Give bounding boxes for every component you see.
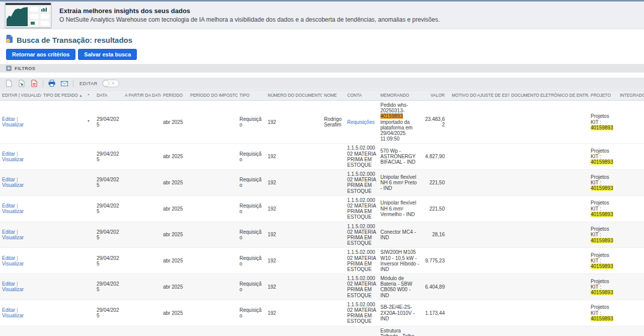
cell-a_partir [123, 326, 161, 336]
column-header-doc_entrada[interactable]: DOCUMENTO ELETRÔNICO DE ENTRADA [509, 90, 589, 101]
cell-periodo_imposto [188, 326, 237, 336]
email-icon[interactable] [60, 80, 68, 88]
edit-toggle[interactable]: ✕ [102, 80, 119, 87]
view-link[interactable]: Visualizar [2, 235, 24, 240]
project-search-highlight: 40159893 [591, 290, 613, 295]
column-label: DOCUMENTO ELETRÔNICO DE ENTRADA [511, 93, 589, 98]
view-link[interactable]: Visualizar [2, 122, 24, 127]
cell-data: 29/04/2025 [95, 222, 123, 248]
edit-link[interactable]: Editar [2, 229, 15, 235]
result-row: Editar | Visualizar29/04/2025abr 2025Req… [0, 300, 644, 326]
column-header-nome[interactable]: NOME [322, 90, 345, 101]
project-search-highlight: 40159893 [591, 125, 613, 130]
column-header-actions[interactable]: EDITAR | VISUALIZAR [0, 90, 41, 101]
edit-link[interactable]: Editar [2, 151, 15, 157]
cell-conta: Requisições [345, 101, 378, 144]
cell-actions: Editar | Visualizar [0, 195, 41, 222]
column-header-motivo_ajuste[interactable]: MOTIVO DO AJUSTE DE ESTOQUE [450, 90, 509, 101]
edit-link[interactable]: Editar [2, 177, 15, 182]
cell-memorando: Unipolar flexível NH 6 mm² Preto - IND [378, 170, 422, 196]
column-header-a_partir[interactable]: A PARTIR DA DATA [123, 90, 161, 101]
pdf-export-icon[interactable] [30, 80, 38, 88]
edit-link[interactable]: Editar [2, 116, 15, 122]
column-header-integrado[interactable]: INTEGRADO [618, 90, 644, 101]
toggle-knob [103, 80, 109, 87]
expand-filters-icon[interactable]: + [6, 65, 12, 71]
view-link[interactable]: Visualizar [2, 287, 24, 292]
edit-link[interactable]: Editar [2, 307, 15, 313]
column-header-numero_documento[interactable]: NÚMERO DO DOCUMENTO [266, 90, 322, 101]
print-icon[interactable] [48, 80, 56, 88]
cell-nome [322, 222, 345, 248]
edit-link[interactable]: Editar [2, 203, 15, 209]
edit-link[interactable]: Editar [2, 255, 15, 261]
column-header-data[interactable]: DATA [95, 90, 123, 101]
cell-star [83, 248, 95, 274]
edit-toggle-label: EDITAR [79, 81, 98, 86]
csv-file-icon[interactable] [5, 80, 13, 88]
cell-doc_entrada [509, 144, 589, 170]
column-label: TIPO [239, 93, 250, 98]
cell-periodo: abr 2025 [161, 101, 188, 144]
column-header-memorando[interactable]: MEMORANDO [378, 90, 422, 101]
view-link[interactable]: Visualizar [2, 313, 24, 318]
toolbar-divider [43, 80, 43, 87]
cell-tipo_pedido [41, 274, 83, 300]
banner-title: Extraia melhores insights dos seus dados [59, 7, 440, 15]
cell-tipo_pedido [41, 101, 83, 144]
cell-projeto: Projetos KIT : 40159893 [589, 144, 618, 170]
cell-motivo_ajuste [450, 274, 509, 300]
cell-motivo_ajuste [450, 326, 509, 336]
result-row: Editar | Visualizar*29/04/2025abr 2025Re… [0, 101, 644, 144]
cell-projeto: Projetos KIT : 40159893 [589, 101, 618, 144]
cell-valor: 28,16 [422, 222, 450, 248]
cell-periodo_imposto [188, 101, 237, 144]
cell-projeto: Projetos KIT : 40159893 [589, 326, 618, 336]
cell-numero_documento: 192 [266, 101, 322, 144]
column-header-tipo_pedido[interactable]: TIPO DE PEDIDO ▲ [41, 90, 83, 101]
column-label: PERÍODO [163, 93, 183, 98]
column-label: A PARTIR DA DATA [125, 93, 161, 98]
column-header-conta[interactable]: CONTA [345, 90, 378, 101]
column-header-projeto[interactable]: PROJETO [589, 90, 618, 101]
column-header-valor[interactable]: VALOR [422, 90, 450, 101]
column-header-star[interactable]: * [83, 90, 95, 101]
view-link[interactable]: Visualizar [2, 261, 24, 266]
results-table: EDITAR | VISUALIZARTIPO DE PEDIDO ▲*DATA… [0, 90, 644, 336]
account-link[interactable]: Requisições [347, 119, 374, 125]
page-heading: Busca de Transação: resultados [0, 29, 644, 47]
return-to-criteria-button[interactable]: Retornar aos critérios [6, 49, 75, 60]
cell-motivo_ajuste [450, 195, 509, 222]
result-row: Editar | Visualizar29/04/2025abr 2025Req… [0, 170, 644, 196]
cell-tipo: Requisição [237, 101, 266, 144]
cell-star [83, 222, 95, 248]
cell-conta: 1.1.5.02.00002 MATERIA PRIMA EM ESTOQUE [345, 274, 378, 300]
view-link[interactable]: Visualizar [2, 157, 24, 162]
view-link[interactable]: Visualizar [2, 182, 24, 188]
cell-doc_entrada [509, 195, 589, 222]
link-separator: | [15, 281, 18, 287]
analytics-preview-image[interactable] [5, 3, 51, 28]
save-search-button[interactable]: Salvar esta busca [78, 49, 137, 60]
cell-doc_entrada [509, 101, 589, 144]
filters-bar[interactable]: + FILTROS [0, 64, 644, 73]
column-label: MEMORANDO [380, 93, 409, 98]
cell-data: 29/04/2025 [95, 300, 123, 326]
column-label: TIPO DE PEDIDO [43, 93, 78, 98]
cell-nome [322, 170, 345, 196]
view-link[interactable]: Visualizar [2, 209, 24, 214]
sort-asc-icon: ▲ [78, 94, 83, 97]
result-row: Editar | Visualizar29/04/2025abr 2025Req… [0, 222, 644, 248]
cell-star [83, 170, 95, 196]
result-row: Editar | Visualizar29/04/2025abr 2025Req… [0, 195, 644, 222]
cell-projeto: Projetos KIT : 40159893 [589, 300, 618, 326]
column-header-tipo[interactable]: TIPO [237, 90, 266, 101]
column-header-periodo_imposto[interactable]: PERÍODO DO IMPOSTO [188, 90, 237, 101]
column-label: CONTA [347, 93, 362, 98]
cell-star [83, 300, 95, 326]
edit-link[interactable]: Editar [2, 281, 15, 287]
toggle-off-icon: ✕ [111, 81, 115, 86]
column-header-periodo[interactable]: PERÍODO [161, 90, 188, 101]
result-row: Editar | Visualizar29/04/2025abr 2025Req… [0, 326, 644, 336]
excel-export-icon[interactable] [18, 80, 26, 88]
